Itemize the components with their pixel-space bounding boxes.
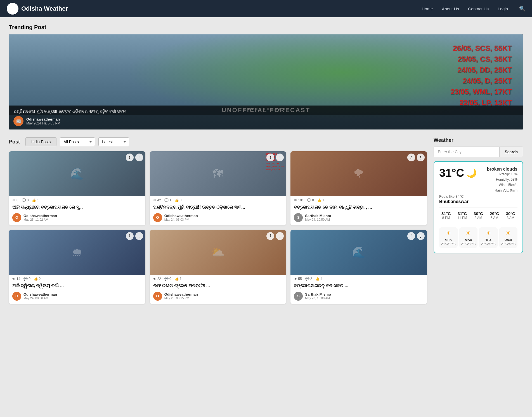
post-card-actions-6: ⤴ ⋮ [407,232,425,240]
search-button[interactable]: Search [500,147,523,157]
hourly-temp-5: 30°C [503,211,517,216]
hourly-time-3: 2 AM [471,216,485,220]
hourly-temp-4: 29°C [488,211,502,216]
india-posts-button[interactable]: India Posts [25,137,56,146]
nav-about[interactable]: About Us [442,6,459,11]
hourly-temp-3: 30°C [471,211,485,216]
post-comments-2: 💬 1 [164,198,171,202]
post-meta-5: 👁 22 💬 0 👍 1 [150,275,286,282]
post-title-2: ପଶ୍ଚିମବଙ୍ଗ ମୁହାଁ ବାତ୍ୟା!! ଉତ୍ତର ଓଡ଼ିଶାରେ… [150,203,286,213]
post-comments-4: 💬 0 [23,277,30,281]
post-views-3: 👁 101 [294,198,304,202]
post-author-info-6: Sarthak Mishra May 23, 10:00 AM [305,292,331,300]
post-author-name-3: Sarthak Mishra [305,214,331,218]
daily-day-sun: Sun [440,238,457,242]
daily-range-sun: 28°C/32°C [440,242,457,246]
post-title-6: ବଙ୍ଗୋପସାଗରରୁ ବଡ ଖବର ... [290,282,427,292]
post-author-name-2: Odishaweatherman [164,214,198,218]
post-author-info-3: Sarthak Mishra May 24, 10:50 AM [305,214,331,221]
weather-moon-icon: 🌙 [466,168,477,178]
post-author-name-6: Sarthak Mishra [305,292,331,296]
forecast-line-2: 25/05, CS, 35KT [450,54,512,65]
post-views-1: 👁 8 [12,198,18,202]
more-button-2[interactable]: ⋮ [276,154,284,161]
hourly-item-4: 29°C 5 AM [488,211,502,220]
post-author-row-6: S Sarthak Mishra May 23, 10:00 AM [290,292,427,304]
trending-slider[interactable]: 26/05, SCS, 55KT 25/05, CS, 35KT 24/05, … [9,34,523,129]
more-button-4[interactable]: ⋮ [135,232,143,240]
post-img-bg-4: 🌧 [9,230,145,275]
post-meta-2: 👁 42 💬 1 👍 3 [150,196,286,203]
weather-precip: Precip: 16% [487,172,517,177]
more-button-1[interactable]: ⋮ [135,154,143,161]
weather-search: Search [434,147,523,157]
post-author-date-2: May 24, 05:03 PM [164,218,198,221]
post-author-row-3: S Sarthak Mishra May 24, 10:50 AM [290,213,427,225]
daily-item-sun: ☀ Sun 28°C/32°C [439,227,458,248]
post-likes-5: 👍 1 [175,277,182,281]
post-card-actions-5: ⤴ ⋮ [266,232,284,240]
weather-city: Bhubaneswar [439,199,517,204]
nav-contact[interactable]: Contact Us [468,6,489,11]
trending-caption: ପଶ୍ଚିମବଙ୍ଗ ମୁହାଁ ବାତ୍ୟା!! ଉତ୍ତର ଓଡ଼ିଶାରେ… [13,109,519,114]
hourly-temp-2: 31°C [455,211,469,216]
forecast-line-5: 23/05, WML, 17KT [450,86,512,97]
post-image-5: ⛅ ⤴ ⋮ [150,230,286,275]
hourly-row: 31°C 8 PM 31°C 11 PM 30°C 2 AM 29°C 5 AM [439,208,517,220]
weather-feels-like: Feels like 34°C [439,194,517,199]
hourly-item-5: 30°C 8 AM [503,211,517,220]
post-avatar-1: O [12,213,21,222]
sun-icon-sun: ☀ [440,230,457,237]
posts-column: Post India Posts All Posts Odisha Posts … [9,137,427,304]
share-button-5[interactable]: ⤴ [266,232,274,240]
post-meta-4: 👁 14 💬 0 👍 2 [9,275,145,282]
daily-range-mon: 28°C/35°C [460,242,477,246]
navbar-logo[interactable]: 🌤 Odisha Weather [7,3,68,15]
nav-home[interactable]: Home [422,6,433,11]
latest-select[interactable]: Latest Popular Trending [98,137,129,146]
trending-bottom-bar: ପଶ୍ଚିମବଙ୍ଗ ମୁହାଁ ବାତ୍ୟା!! ଉତ୍ତର ଓଡ଼ିଶାରେ… [9,106,523,129]
post-views-4: 👁 14 [12,277,20,281]
more-button-6[interactable]: ⋮ [417,232,425,240]
post-author-name-1: Odishaweatherman [23,214,57,218]
share-button-3[interactable]: ⤴ [407,154,415,161]
sun-icon-mon: ☀ [460,230,477,237]
share-button-4[interactable]: ⤴ [126,232,134,240]
post-meta-1: 👁 8 💬 0 👍 1 [9,196,145,203]
share-button-6[interactable]: ⤴ [407,232,415,240]
post-image-1: 🌊 ⤴ ⋮ [9,151,145,196]
sun-icon-tue: ☀ [480,230,496,237]
more-button-3[interactable]: ⋮ [417,154,425,161]
hourly-time-1: 8 PM [439,216,453,220]
hourly-item-1: 31°C 8 PM [439,211,453,220]
weather-column: Weather Search 31°C 🌙 broken clouds Prec… [434,137,523,253]
post-image-6: 🌊 ⤴ ⋮ [290,230,427,275]
weather-card: 31°C 🌙 broken clouds Precip: 16% Humidit… [434,161,523,253]
daily-day-mon: Mon [460,238,477,242]
post-title-5: ଉଫ OMG ଫ୍ରେଷ ଅପଡ଼ेट ... [150,282,286,292]
post-avatar-2: O [153,213,162,222]
post-author-info-5: Odishaweatherman May 23, 03:15 PM [164,292,198,300]
hourly-item-3: 30°C 2 AM [471,211,485,220]
weather-temperature: 31°C [439,167,464,179]
post-avatar-5: O [153,292,162,301]
search-icon[interactable]: 🔍 [519,6,525,12]
forecast-line-3: 24/05, DD, 25KT [450,65,512,76]
post-card-actions-4: ⤴ ⋮ [126,232,143,240]
share-button-2[interactable]: ⤴ [266,154,274,161]
post-author-name-5: Odishaweatherman [164,292,198,296]
post-comments-1: 💬 0 [22,198,29,202]
logo-icon: 🌤 [7,3,18,15]
all-posts-select[interactable]: All Posts Odisha Posts India Posts World… [60,137,95,146]
post-comments-3: 💬 0 [307,198,314,202]
post-author-date-1: May 25, 11:02 AM [23,218,57,221]
post-image-3: 🌪 ⤴ ⋮ [290,151,427,196]
post-image-4: 🌧 ⤴ ⋮ [9,230,145,275]
post-card-4: 🌧 ⤴ ⋮ 👁 14 💬 0 👍 2 ଆଜି ଦ୍ୱିତୀୟ ଦ୍ୱିତୀୟ ବ… [9,230,145,304]
nav-login[interactable]: Login [498,6,508,11]
city-search-input[interactable] [434,147,500,157]
share-button-1[interactable]: ⤴ [126,154,134,161]
post-views-2: 👁 42 [153,198,161,202]
more-button-5[interactable]: ⋮ [276,232,284,240]
post-img-bg-1: 🌊 [9,151,145,196]
